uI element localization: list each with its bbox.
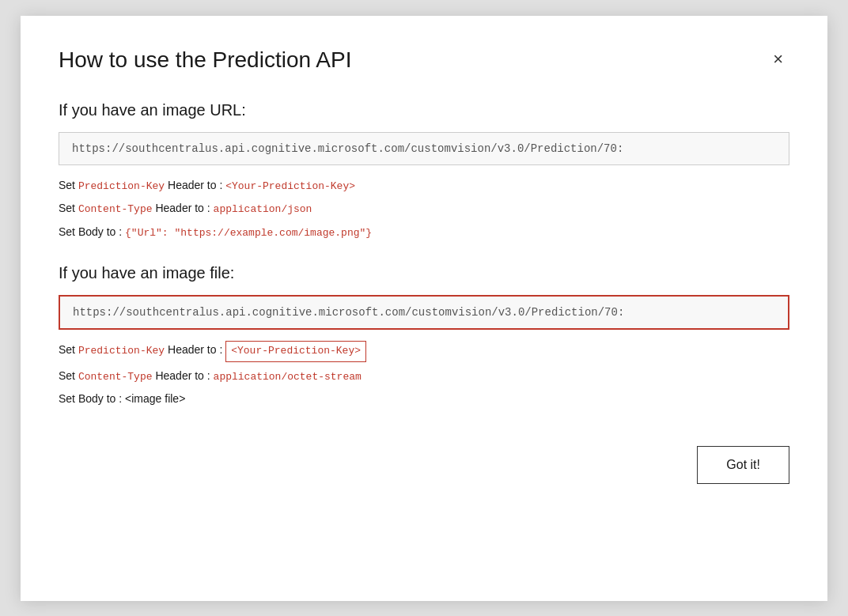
file-instruction-3: Set Body to : <image file> xyxy=(59,390,789,407)
url-instruction-1: Set Prediction-Key Header to : <Your-Pre… xyxy=(59,176,789,195)
close-button[interactable]: × xyxy=(767,47,789,71)
got-it-button[interactable]: Got it! xyxy=(697,446,789,484)
section-url: If you have an image URL: https://southc… xyxy=(59,101,789,242)
content-type-value-url: application/json xyxy=(214,203,312,215)
section-file-title: If you have an image file: xyxy=(59,264,789,282)
prediction-key-label-file: Prediction-Key xyxy=(78,345,165,357)
modal-dialog: How to use the Prediction API × If you h… xyxy=(21,16,827,601)
url-instruction-3: Set Body to : {"Url": "https://example.c… xyxy=(59,223,789,242)
content-type-label-file: Content-Type xyxy=(78,371,153,383)
modal-footer: Got it! xyxy=(59,446,789,484)
modal-title: How to use the Prediction API xyxy=(59,47,351,73)
section-file: If you have an image file: https://south… xyxy=(59,264,789,408)
url-instruction-2: Set Content-Type Header to : application… xyxy=(59,199,789,218)
modal-overlay: How to use the Prediction API × If you h… xyxy=(0,0,848,616)
content-type-label-url: Content-Type xyxy=(78,203,153,215)
body-value-url: {"Url": "https://example.com/image.png"} xyxy=(125,227,372,239)
content-type-value-file: application/octet-stream xyxy=(214,371,362,383)
modal-header: How to use the Prediction API × xyxy=(59,47,789,73)
prediction-key-value-file: <Your-Prediction-Key> xyxy=(225,341,366,362)
prediction-key-label-url: Prediction-Key xyxy=(78,180,165,192)
url-input-url[interactable]: https://southcentralus.api.cognitive.mic… xyxy=(59,132,789,165)
section-url-title: If you have an image URL: xyxy=(59,101,789,119)
file-instruction-2: Set Content-Type Header to : application… xyxy=(59,367,789,386)
prediction-key-value-url: <Your-Prediction-Key> xyxy=(225,180,355,192)
file-instruction-1: Set Prediction-Key Header to : <Your-Pre… xyxy=(59,341,789,362)
url-input-file[interactable]: https://southcentralus.api.cognitive.mic… xyxy=(59,295,789,330)
